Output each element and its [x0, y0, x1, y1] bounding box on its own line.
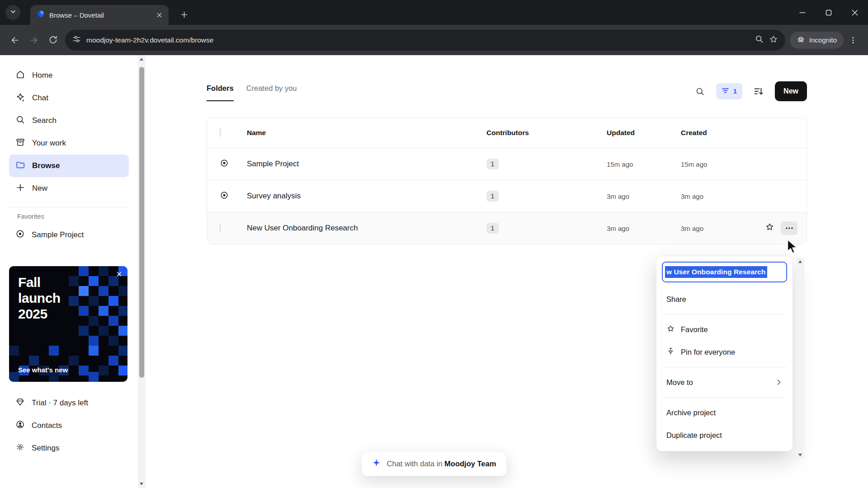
sidebar-scrollbar[interactable]: [138, 55, 146, 488]
new-tab-button[interactable]: [176, 8, 192, 23]
forward-button[interactable]: [24, 31, 43, 50]
back-button[interactable]: [5, 31, 24, 50]
table-row[interactable]: Sample Project 1 15m ago 15m ago: [207, 148, 807, 180]
sidebar-footer: Trial · 7 days left Contacts Settings: [0, 392, 138, 460]
sidebar-item-new[interactable]: New: [9, 177, 129, 200]
favorite-item-sample-project[interactable]: Sample Project: [9, 224, 129, 246]
gear-icon: [15, 442, 25, 454]
site-info-icon[interactable]: [72, 35, 81, 45]
menu-item-archive[interactable]: Archive project: [662, 401, 787, 424]
contributors-badge: 1: [486, 159, 499, 169]
lens-search-icon[interactable]: [755, 35, 764, 45]
sidebar-item-label: Home: [32, 71, 52, 80]
menu-item-duplicate[interactable]: Duplicate project: [662, 424, 787, 446]
project-name[interactable]: Survey analysis: [247, 192, 486, 201]
sidebar-item-search[interactable]: Search: [9, 109, 129, 132]
sidebar-item-trial[interactable]: Trial · 7 days left: [9, 392, 129, 414]
chat-with-data-button[interactable]: Chat with data in Moodjoy Team: [361, 451, 507, 476]
window-controls: [789, 0, 868, 25]
table-row[interactable]: Survey analysis 1 3m ago 3m ago: [207, 180, 807, 212]
column-header-updated[interactable]: Updated: [607, 129, 681, 137]
sidebar-item-label: New: [32, 184, 47, 193]
context-menu-scrollbar[interactable]: [797, 258, 804, 459]
favorite-star-icon[interactable]: [765, 222, 774, 234]
menu-divider: [662, 397, 787, 398]
sidebar-item-label: Settings: [32, 444, 59, 453]
sidebar-item-label: Your work: [32, 139, 66, 148]
promo-card[interactable]: Fall launch 2025 See what's new: [9, 266, 127, 382]
browser-tab[interactable]: Browse – Dovetail: [30, 5, 169, 25]
row-checkbox[interactable]: [220, 223, 221, 233]
menu-item-favorite[interactable]: Favorite: [662, 318, 787, 341]
rename-input[interactable]: w User Onboarding Research: [662, 262, 787, 282]
mouse-cursor: [787, 239, 799, 256]
promo-close-icon[interactable]: [116, 271, 122, 277]
favorites-heading: Favorites: [17, 213, 138, 220]
window-maximize-button[interactable]: [816, 0, 842, 25]
scrollbar-down-arrow[interactable]: [798, 454, 802, 456]
reload-button[interactable]: [43, 31, 62, 50]
menu-divider: [662, 314, 787, 314]
column-header-contributors[interactable]: Contributors: [486, 129, 607, 137]
url-text[interactable]: moodjoy-team-2h2v.dovetail.com/browse: [86, 36, 750, 44]
sidebar-item-settings[interactable]: Settings: [9, 437, 129, 460]
tab-close-icon[interactable]: [156, 12, 162, 18]
created-time: 3m ago: [681, 192, 797, 200]
scrollbar-down-arrow[interactable]: [140, 483, 143, 485]
column-header-name[interactable]: Name: [247, 129, 486, 137]
tab-created-by-you[interactable]: Created by you: [246, 84, 297, 101]
scrollbar-thumb[interactable]: [139, 67, 144, 378]
sidebar-item-label: Trial · 7 days left: [32, 399, 88, 408]
ai-sparkle-icon: [372, 458, 381, 469]
created-time: 15m ago: [681, 160, 797, 168]
scrollbar-up-arrow[interactable]: [798, 260, 802, 263]
menu-item-share[interactable]: Share: [662, 288, 787, 310]
promo-cta-link[interactable]: See what's new: [18, 366, 68, 374]
tab-title: Browse – Dovetail: [49, 11, 152, 19]
created-time: 3m ago: [681, 225, 703, 232]
contributors-badge: 1: [486, 191, 499, 202]
column-header-created[interactable]: Created: [681, 129, 797, 137]
sidebar-divider: [9, 207, 129, 207]
chevron-down-icon: [10, 9, 16, 17]
project-name[interactable]: New User Onboarding Research: [247, 224, 486, 233]
scrollbar-up-arrow[interactable]: [140, 58, 143, 61]
more-actions-button[interactable]: [781, 221, 797, 235]
table-row[interactable]: New User Onboarding Research 1 3m ago 3m…: [207, 212, 807, 244]
filter-button[interactable]: 1: [716, 83, 742, 99]
tab-search-button[interactable]: [5, 5, 20, 20]
browser-tabstrip: Browse – Dovetail: [0, 0, 868, 25]
incognito-badge: Incognito: [790, 32, 844, 49]
sidebar-item-your-work[interactable]: Your work: [9, 132, 129, 155]
promo-title: Fall launch 2025: [18, 274, 61, 322]
new-project-button[interactable]: New: [775, 81, 807, 101]
browser-menu-button[interactable]: [844, 31, 863, 50]
address-bar[interactable]: moodjoy-team-2h2v.dovetail.com/browse: [65, 30, 785, 51]
sidebar-item-label: Browse: [32, 161, 60, 170]
scrollbar-thumb[interactable]: [797, 258, 804, 410]
projects-table: Name Contributors Updated Created Sample…: [207, 117, 807, 244]
sidebar-item-label: Contacts: [32, 421, 62, 430]
sidebar-item-label: Chat: [32, 94, 48, 103]
sidebar-item-chat[interactable]: Chat: [9, 87, 129, 109]
search-button[interactable]: [692, 83, 708, 99]
select-all-checkbox[interactable]: [220, 128, 221, 137]
sidebar-item-contacts[interactable]: Contacts: [9, 414, 129, 437]
table-header: Name Contributors Updated Created: [207, 118, 807, 148]
updated-time: 3m ago: [607, 225, 681, 232]
bookmark-star-icon[interactable]: [769, 35, 778, 46]
window-close-button[interactable]: [842, 0, 868, 25]
sidebar-item-browse[interactable]: Browse: [9, 155, 129, 177]
updated-time: 3m ago: [607, 192, 681, 200]
project-target-icon: [220, 193, 229, 202]
favorite-item-label: Sample Project: [32, 230, 84, 239]
sort-button[interactable]: [750, 83, 767, 99]
sidebar-item-home[interactable]: Home: [9, 64, 129, 87]
menu-item-pin[interactable]: Pin for everyone: [662, 341, 787, 363]
home-icon: [15, 70, 25, 82]
chat-pill-team: Moodjoy Team: [444, 460, 496, 468]
window-minimize-button[interactable]: [789, 0, 816, 25]
menu-item-move-to[interactable]: Move to: [662, 371, 787, 394]
tab-folders[interactable]: Folders: [207, 84, 234, 101]
project-name[interactable]: Sample Project: [247, 160, 486, 169]
